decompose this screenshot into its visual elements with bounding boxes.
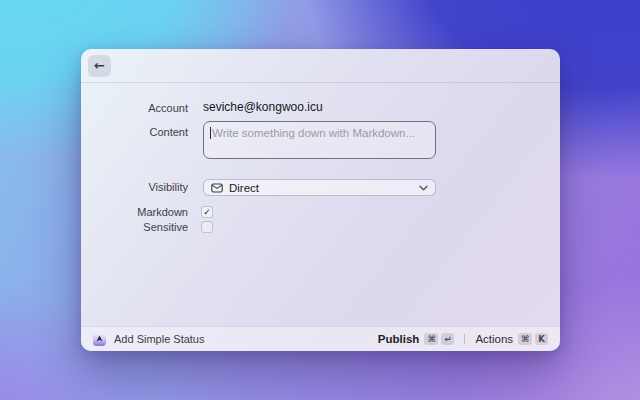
add-simple-status-label: Add Simple Status [114,333,205,345]
bottom-toolbar: Add Simple Status Publish ⌘ ↵ Actions ⌘ … [81,326,560,351]
back-arrow-icon: ← [94,58,105,73]
text-caret [210,127,211,139]
command-key-icon: ⌘ [518,333,532,345]
account-value: seviche@kongwoo.icu [203,100,323,115]
publish-button[interactable]: Publish ⌘ ↵ [378,333,455,345]
check-icon: ✓ [203,208,211,217]
content-textarea-wrap [203,121,436,159]
account-label: Account [81,102,188,115]
return-key-icon: ↵ [441,333,454,345]
content-textarea[interactable] [203,121,436,159]
back-button[interactable]: ← [88,55,111,77]
markdown-label: Markdown [81,206,188,218]
sensitive-checkbox[interactable] [201,221,213,233]
window-header: ← [81,49,560,83]
content-label: Content [81,126,188,139]
command-key-icon: ⌘ [424,333,438,345]
chevron-down-icon [419,185,428,191]
actions-button[interactable]: Actions ⌘ K [475,333,548,345]
app-icon [93,333,106,346]
shortcut-divider [464,334,465,344]
toolbar-right: Publish ⌘ ↵ Actions ⌘ K [378,333,548,345]
envelope-icon [211,183,223,193]
publish-label: Publish [378,333,420,345]
compose-window: ← Account seviche@kongwoo.icu Content Vi… [81,49,560,351]
sensitive-label: Sensitive [81,221,188,233]
visibility-label: Visibility [81,179,188,196]
actions-label: Actions [475,333,513,345]
visibility-select[interactable]: Direct [203,179,436,196]
k-key-icon: K [535,333,548,345]
visibility-value: Direct [229,182,259,194]
markdown-checkbox[interactable]: ✓ [201,206,213,218]
toolbar-left: Add Simple Status [93,333,205,346]
desktop-background: ← Account seviche@kongwoo.icu Content Vi… [0,0,640,400]
